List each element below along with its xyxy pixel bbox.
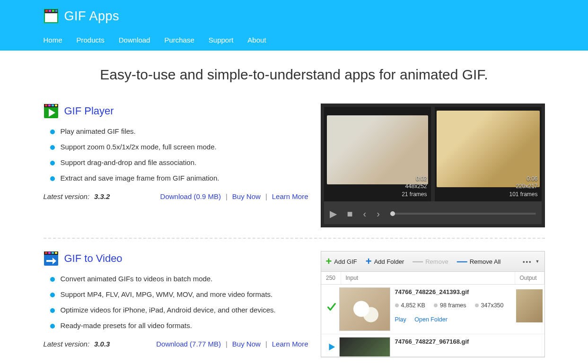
feature-text: Extract and save image frame from GIF an… <box>61 174 219 182</box>
svg-rect-9 <box>48 104 51 106</box>
remove-button[interactable]: —Remove <box>412 255 448 268</box>
output-thumb <box>516 289 543 322</box>
buy-link[interactable]: Buy Now <box>232 340 261 348</box>
bullet-icon <box>50 324 55 329</box>
learn-link[interactable]: Learn More <box>272 340 308 348</box>
nav-about[interactable]: About <box>247 36 266 44</box>
plus-icon: + <box>366 257 372 266</box>
file-thumb <box>339 287 390 331</box>
play-icon[interactable]: ▶ <box>330 208 337 219</box>
brand-title: GIF Apps <box>64 9 120 24</box>
svg-rect-8 <box>45 104 47 106</box>
svg-rect-4 <box>52 10 54 12</box>
svg-rect-11 <box>55 104 57 106</box>
nav-support[interactable]: Support <box>209 36 234 44</box>
feature-text: Optimize videos for iPhone, iPad, Androi… <box>61 306 276 314</box>
gif-to-video-features: Convert animated GIFs to videos in batch… <box>44 275 308 329</box>
prev-icon[interactable]: ‹ <box>363 208 367 219</box>
buy-link[interactable]: Buy Now <box>232 192 261 200</box>
file-frames: 98 frames <box>440 302 466 309</box>
next-icon[interactable]: › <box>377 208 380 219</box>
thumb-time: 0:06 <box>509 175 537 183</box>
svg-rect-17 <box>52 252 54 254</box>
file-open-link[interactable]: Open Folder <box>414 316 447 323</box>
row-check-icon <box>324 287 339 312</box>
minus-icon: — <box>457 255 467 268</box>
feature-text: Support drag-and-drop and file associati… <box>61 158 197 166</box>
gif-to-video-icon <box>44 251 59 266</box>
stop-icon[interactable]: ■ <box>347 208 353 219</box>
latest-version: 3.3.2 <box>94 192 110 200</box>
player-thumb: 0:06 220x217 101 frames <box>435 107 542 201</box>
download-link[interactable]: Download (0.9 MB) <box>160 192 221 200</box>
player-screenshot: 0:02 448x252 21 frames 0:06 220x217 101 … <box>321 104 545 227</box>
thumb-time: 0:02 <box>402 175 427 183</box>
plus-icon: + <box>326 257 332 266</box>
svg-rect-5 <box>55 10 57 12</box>
svg-rect-10 <box>52 104 54 106</box>
svg-rect-18 <box>55 252 57 254</box>
file-name: 74766_748227_967168.gif <box>395 338 544 345</box>
thumb-image <box>327 115 428 184</box>
file-name: 74766_748226_241393.gif <box>395 288 516 295</box>
file-size: 4,852 KB <box>401 302 425 309</box>
chevron-down-icon: ▼ <box>535 259 540 264</box>
bullet-icon <box>50 293 55 297</box>
file-play-link[interactable]: Play <box>395 316 406 323</box>
learn-link[interactable]: Learn More <box>272 192 308 200</box>
nav-products[interactable]: Products <box>77 36 105 44</box>
latest-label: Latest version: <box>44 192 90 200</box>
bullet-icon <box>50 308 55 313</box>
bullet-icon <box>50 277 55 282</box>
gif-player-features: Play animated GIF files. Support zoom 0.… <box>44 127 308 182</box>
main-nav: Home Products Download Purchase Support … <box>44 30 545 51</box>
nav-home[interactable]: Home <box>44 36 62 44</box>
bullet-icon <box>50 145 55 150</box>
remove-all-button[interactable]: —Remove All <box>457 255 501 268</box>
feature-text: Ready-made presets for all video formats… <box>61 321 192 329</box>
bullet-icon <box>50 130 55 134</box>
file-thumb <box>339 337 390 357</box>
latest-version: 3.0.3 <box>94 340 110 348</box>
file-dim: 347x350 <box>481 302 504 309</box>
svg-marker-19 <box>329 344 335 351</box>
brand-logo-icon <box>44 9 59 24</box>
bullet-icon <box>50 161 55 165</box>
svg-rect-15 <box>45 252 47 254</box>
minus-icon: — <box>412 255 423 268</box>
gif-player-title[interactable]: GIF Player <box>64 105 114 117</box>
svg-rect-2 <box>45 10 48 12</box>
nav-purchase[interactable]: Purchase <box>164 36 194 44</box>
dots-icon: ••• <box>523 258 532 265</box>
file-row[interactable]: 74766_748227_967168.gif <box>321 334 544 357</box>
svg-rect-3 <box>49 10 51 12</box>
brand: GIF Apps <box>44 6 545 30</box>
add-folder-button[interactable]: +Add Folder <box>366 257 404 266</box>
col-input: Input <box>341 272 515 284</box>
col-output: Output <box>515 272 544 284</box>
file-row[interactable]: 74766_748226_241393.gif 4,852 KB 98 fram… <box>321 285 544 334</box>
thumb-frames: 101 frames <box>509 191 537 199</box>
hero-headline: Easy-to-use and simple-to-understand app… <box>44 67 545 83</box>
g2v-screenshot: +Add GIF +Add Folder —Remove —Remove All… <box>321 251 545 357</box>
col-width: 250 <box>321 272 341 284</box>
row-pending-icon <box>324 337 339 352</box>
download-link[interactable]: Download (7.77 MB) <box>156 340 221 348</box>
feature-text: Play animated GIF files. <box>61 127 136 135</box>
add-gif-button[interactable]: +Add GIF <box>326 257 357 266</box>
nav-download[interactable]: Download <box>119 36 150 44</box>
thumb-frames: 21 frames <box>402 191 427 199</box>
player-thumb: 0:02 448x252 21 frames <box>324 107 431 201</box>
more-menu-button[interactable]: •••▼ <box>523 258 540 265</box>
gif-player-icon <box>44 104 59 119</box>
feature-text: Support MP4, FLV, AVI, MPG, WMV, MOV, an… <box>61 290 273 298</box>
progress-bar[interactable] <box>390 213 536 215</box>
feature-text: Support zoom 0.5x/1x/2x mode, full scree… <box>61 143 217 151</box>
thumb-dim: 448x252 <box>402 182 427 191</box>
feature-text: Convert animated GIFs to videos in batch… <box>61 275 213 283</box>
divider <box>44 238 545 239</box>
latest-label: Latest version: <box>44 340 90 348</box>
svg-rect-16 <box>48 252 51 254</box>
bullet-icon <box>50 176 55 181</box>
gif-to-video-title[interactable]: GIF to Video <box>64 252 123 265</box>
